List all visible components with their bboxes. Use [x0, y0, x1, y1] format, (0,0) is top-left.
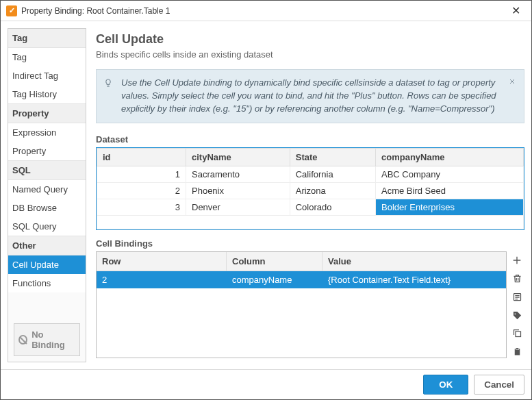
tip-close-button[interactable] — [506, 75, 518, 88]
bindings-cell-column[interactable]: companyName — [227, 271, 322, 288]
bindings-row[interactable]: 2 companyName {Root Container.Text Field… — [97, 271, 506, 288]
dataset-cell[interactable]: Sacramento — [186, 166, 290, 182]
bindings-header: Row Column Value — [97, 252, 506, 271]
add-binding-button[interactable] — [510, 254, 524, 267]
dataset-table[interactable]: id cityName State companyName 1 Sacramen… — [97, 148, 524, 229]
sidebar-group-sql: SQL — [8, 160, 86, 180]
lightbulb-icon — [103, 78, 113, 88]
dialog-footer: OK Cancel — [1, 369, 531, 399]
sidebar-group-other: Other — [8, 236, 86, 255]
sidebar-item-sql-query[interactable]: SQL Query — [8, 217, 86, 236]
dataset-cell-selected[interactable]: Bolder Enterprises — [376, 199, 524, 215]
ok-button[interactable]: OK — [423, 375, 468, 395]
bindings-col-row[interactable]: Row — [97, 252, 227, 271]
dataset-cell[interactable]: 1 — [97, 166, 186, 182]
dialog-body: Tag Tag Indirect Tag Tag History Propert… — [1, 21, 531, 369]
tag-button[interactable] — [510, 309, 524, 322]
sidebar-item-property[interactable]: Property — [8, 142, 86, 160]
dataset-row[interactable]: 3 Denver Colorado Bolder Enterprises — [97, 199, 524, 215]
dialog-window: ✓ Property Binding: Root Container.Table… — [0, 0, 532, 400]
ban-icon — [18, 335, 27, 345]
bindings-col-value[interactable]: Value — [322, 252, 506, 271]
window-title: Property Binding: Root Container.Table 1 — [21, 6, 505, 16]
page-subtitle: Binds specific cells inside an existing … — [96, 49, 524, 60]
dataset-col-id[interactable]: id — [97, 148, 186, 166]
main-panel: Cell Update Binds specific cells inside … — [96, 28, 524, 362]
dataset-col-companyname[interactable]: companyName — [376, 148, 524, 166]
titlebar: ✓ Property Binding: Root Container.Table… — [1, 1, 531, 21]
copy-button[interactable] — [510, 327, 524, 340]
dataset-table-wrap: id cityName State companyName 1 Sacramen… — [96, 147, 524, 230]
dataset-cell[interactable]: Denver — [186, 199, 290, 215]
sidebar-spacer — [8, 292, 86, 318]
delete-binding-button[interactable] — [510, 272, 524, 285]
dataset-cell[interactable]: Arizona — [290, 182, 375, 199]
dataset-col-state[interactable]: State — [290, 148, 375, 166]
sidebar-item-named-query[interactable]: Named Query — [8, 180, 86, 199]
tip-text-pre: Use the — [121, 77, 154, 88]
tip-box: Use the Cell Update binding to dynamical… — [96, 69, 524, 123]
no-binding-label: No Binding — [31, 329, 75, 350]
dataset-cell[interactable]: 3 — [97, 199, 186, 215]
properties-button[interactable] — [510, 290, 524, 303]
sidebar-item-functions[interactable]: Functions — [8, 274, 86, 292]
tip-text-em: Cell Update — [154, 77, 201, 88]
dataset-cell[interactable]: ABC Company — [376, 166, 524, 182]
dataset-cell[interactable]: California — [290, 166, 375, 182]
no-binding-button[interactable]: No Binding — [14, 323, 80, 356]
sidebar-group-property: Property — [8, 103, 86, 123]
bindings-col-column[interactable]: Column — [227, 252, 322, 271]
sidebar-item-cell-update[interactable]: Cell Update — [8, 255, 86, 274]
sidebar-item-tag-history[interactable]: Tag History — [8, 85, 86, 103]
dataset-label: Dataset — [96, 134, 524, 145]
sidebar-item-expression[interactable]: Expression — [8, 123, 86, 142]
svg-rect-1 — [516, 332, 521, 337]
dataset-cell[interactable]: 2 — [97, 182, 186, 199]
cancel-button[interactable]: Cancel — [474, 375, 524, 395]
bindings-cell-value[interactable]: {Root Container.Text Field.text} — [322, 271, 506, 288]
sidebar-item-indirect-tag[interactable]: Indirect Tag — [8, 66, 86, 85]
bindings-wrap: Row Column Value 2 companyName {Root Con… — [96, 251, 524, 358]
sidebar: Tag Tag Indirect Tag Tag History Propert… — [8, 28, 86, 362]
sidebar-item-tag[interactable]: Tag — [8, 48, 86, 66]
bindings-table[interactable]: Row Column Value 2 companyName {Root Con… — [96, 251, 507, 358]
sidebar-item-db-browse[interactable]: DB Browse — [8, 199, 86, 217]
dataset-cell[interactable]: Phoenix — [186, 182, 290, 199]
bindings-toolbar — [509, 251, 524, 358]
bindings-label: Cell Bindings — [96, 238, 524, 249]
dataset-row-empty — [97, 215, 524, 229]
dataset-cell[interactable]: Colorado — [290, 199, 375, 215]
sidebar-group-tag: Tag — [8, 29, 86, 48]
bindings-cell-row[interactable]: 2 — [97, 271, 227, 288]
bindings-empty-area — [97, 288, 506, 358]
dataset-col-cityname[interactable]: cityName — [186, 148, 290, 166]
dataset-row[interactable]: 2 Phoenix Arizona Acme Bird Seed — [97, 182, 524, 199]
paste-button[interactable] — [510, 345, 524, 358]
page-title: Cell Update — [96, 32, 524, 47]
dataset-cell[interactable]: Acme Bird Seed — [376, 182, 524, 199]
app-icon: ✓ — [6, 5, 17, 16]
close-button[interactable]: ✕ — [505, 1, 526, 21]
dataset-row[interactable]: 1 Sacramento California ABC Company — [97, 166, 524, 182]
